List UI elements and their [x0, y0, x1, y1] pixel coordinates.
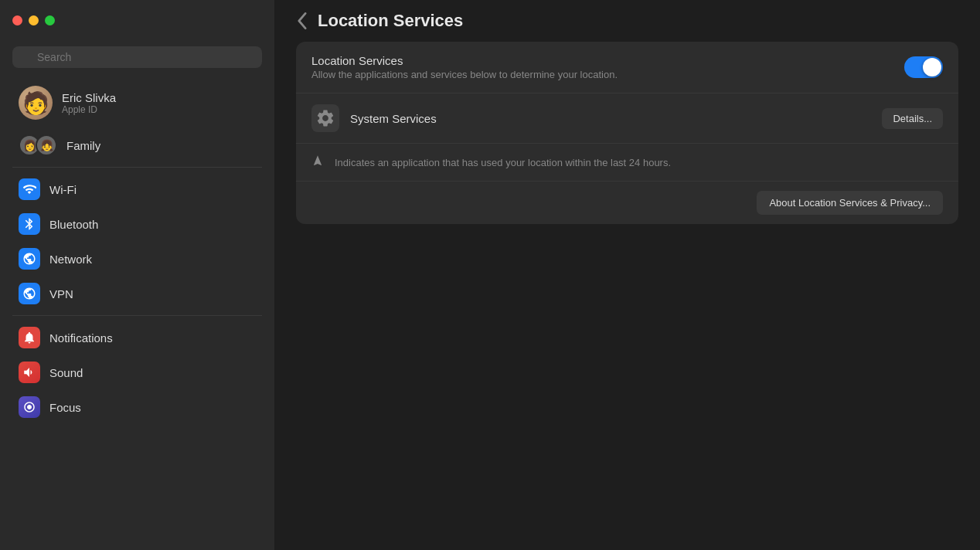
- toggle-knob: [923, 58, 941, 76]
- privacy-button[interactable]: About Location Services & Privacy...: [757, 191, 943, 215]
- sidebar-item-family[interactable]: 👩 👧 Family: [6, 128, 268, 162]
- sidebar-item-label-wifi: Wi-Fi: [49, 183, 77, 196]
- info-row: Indicates an application that has used y…: [296, 144, 958, 182]
- sidebar: 🔍 🧑 Eric Slivka Apple ID 👩 👧 Family: [0, 0, 274, 550]
- sidebar-item-label-notifications: Notifications: [49, 331, 113, 345]
- wifi-icon: [19, 178, 40, 200]
- avatar: 🧑: [19, 86, 53, 120]
- bluetooth-icon: [19, 213, 40, 235]
- minimize-button[interactable]: [29, 15, 39, 25]
- titlebar: [0, 0, 274, 40]
- sidebar-item-focus[interactable]: Focus: [6, 390, 268, 424]
- sidebar-item-label-bluetooth: Bluetooth: [49, 218, 98, 231]
- sidebar-item-label-vpn: VPN: [49, 287, 73, 300]
- sidebar-scroll: 🧑 Eric Slivka Apple ID 👩 👧 Family Wi-Fi: [0, 77, 274, 550]
- user-subtitle: Apple ID: [62, 104, 116, 115]
- search-wrapper: 🔍: [0, 40, 274, 77]
- family-avatars: 👩 👧: [19, 134, 57, 156]
- location-services-info: Location Services Allow the applications…: [311, 54, 904, 80]
- sidebar-item-network[interactable]: Network: [6, 242, 268, 276]
- page-title: Location Services: [318, 11, 463, 31]
- location-services-title: Location Services: [311, 54, 904, 67]
- sidebar-item-label-focus: Focus: [49, 401, 81, 414]
- details-button[interactable]: Details...: [882, 108, 943, 129]
- system-services-row: System Services Details...: [296, 93, 958, 144]
- info-text: Indicates an application that has used y…: [335, 157, 943, 168]
- location-services-subtitle: Allow the applications and services belo…: [311, 69, 904, 80]
- user-profile-item[interactable]: 🧑 Eric Slivka Apple ID: [6, 78, 268, 127]
- search-input[interactable]: [12, 46, 262, 68]
- maximize-button[interactable]: [45, 15, 55, 25]
- vpn-icon: [19, 283, 40, 304]
- close-button[interactable]: [12, 15, 22, 25]
- sidebar-item-bluetooth[interactable]: Bluetooth: [6, 207, 268, 241]
- search-container: 🔍: [12, 46, 262, 68]
- location-arrow-icon: [311, 154, 324, 170]
- main-body: Location Services Allow the applications…: [274, 42, 980, 550]
- network-icon: [19, 248, 40, 270]
- back-button[interactable]: [296, 12, 308, 29]
- family-label: Family: [66, 139, 100, 152]
- main-content: Location Services Location Services Allo…: [274, 0, 980, 550]
- sidebar-item-wifi[interactable]: Wi-Fi: [6, 172, 268, 206]
- focus-icon: [19, 396, 40, 418]
- divider-2: [12, 315, 262, 316]
- sidebar-item-label-network: Network: [49, 253, 92, 266]
- location-services-row: Location Services Allow the applications…: [296, 42, 958, 93]
- system-services-icon: [311, 104, 339, 132]
- notifications-icon: [19, 327, 40, 348]
- sound-icon: [19, 362, 40, 383]
- family-avatar-2: 👧: [36, 134, 57, 156]
- sidebar-item-sound[interactable]: Sound: [6, 355, 268, 389]
- divider-1: [12, 167, 262, 168]
- system-services-label: System Services: [350, 112, 871, 125]
- sidebar-item-notifications[interactable]: Notifications: [6, 321, 268, 355]
- location-services-toggle[interactable]: [904, 56, 943, 78]
- user-info: Eric Slivka Apple ID: [62, 91, 116, 115]
- sidebar-item-label-sound: Sound: [49, 366, 83, 379]
- location-services-card: Location Services Allow the applications…: [296, 42, 958, 224]
- privacy-row: About Location Services & Privacy...: [296, 182, 958, 224]
- traffic-lights: [12, 15, 55, 25]
- user-name: Eric Slivka: [62, 91, 116, 104]
- sidebar-item-vpn[interactable]: VPN: [6, 277, 268, 311]
- main-header: Location Services: [274, 0, 980, 42]
